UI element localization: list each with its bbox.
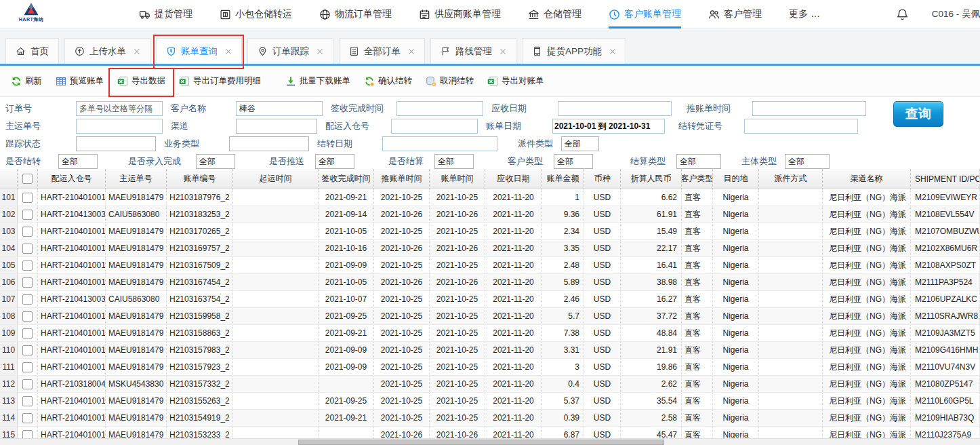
filter-select-is-push[interactable]: 全部 [315, 154, 354, 169]
cancel-carryover-button[interactable]: 取消结转 [420, 73, 479, 90]
cell-master-waybill-no: MAEU9181479 [106, 325, 167, 341]
filter-select-settle-type[interactable]: 全部 [676, 154, 721, 169]
filter-input-carryover-date[interactable] [382, 136, 497, 151]
filter-select-business-type[interactable] [229, 136, 309, 151]
nav-item-logistics-order-management[interactable]: 物流订单管理 [319, 0, 392, 28]
filter-input-push-bill-time[interactable] [752, 101, 866, 116]
tab-bill-query[interactable]: 账单查询 [156, 38, 242, 64]
export-data-button[interactable]: 导出数据 [112, 73, 171, 90]
table-row[interactable]: 110HART-210401001MAEU9181479H2103157983_… [0, 342, 980, 359]
close-icon[interactable] [225, 48, 232, 55]
row-checkbox[interactable] [22, 277, 33, 288]
filter-input-order-no[interactable] [76, 101, 163, 116]
row-checkbox-cell [18, 223, 38, 239]
nav-item-warehouse-management[interactable]: 仓储管理 [528, 0, 581, 28]
table-row[interactable]: 104HART-210401001MAEU9181479H2103169757_… [0, 240, 980, 257]
export-order-fee-detail-button[interactable]: 导出订单费用明细 [173, 73, 277, 90]
cell-master-waybill-no: MAEU9181479 [106, 308, 167, 324]
filter-select-customer-type[interactable]: 全部 [554, 154, 593, 169]
cell-delivery-type [759, 359, 823, 375]
close-icon[interactable] [609, 48, 616, 55]
tab-route-management[interactable]: 路线管理 [430, 38, 516, 64]
scrollbar-thumb[interactable] [298, 440, 664, 445]
cell-push-bill-time: 2021-10-25 [374, 410, 430, 426]
table-row[interactable]: 106HART-210401001MAEU9181479H2103167454_… [0, 274, 980, 291]
search-button[interactable]: 查询 [893, 101, 943, 127]
row-checkbox[interactable] [22, 379, 33, 389]
close-icon[interactable] [317, 48, 323, 55]
nav-item-more[interactable]: 更多 … [789, 0, 820, 28]
tab-upload-receipt[interactable]: 上传水单 [64, 38, 150, 64]
cell-bill-time: 2021-10-25 [430, 410, 485, 426]
batch-download-bill-button[interactable]: 批量下载账单 [280, 73, 356, 90]
table-row[interactable]: 112HART-210318004MSKU4543830H2103157332_… [0, 376, 980, 393]
row-checkbox[interactable] [22, 311, 33, 322]
close-icon[interactable] [134, 48, 140, 55]
table-row[interactable]: 101HART-210401001MAEU9181479H2103187976_… [0, 189, 980, 206]
filter-input-sign-complete-time[interactable] [396, 101, 483, 116]
row-checkbox[interactable] [22, 345, 33, 355]
row-checkbox-cell [18, 393, 38, 409]
filter-panel: 订单号客户名称签收完成时间应收日期推账单时间主运单号渠道配运入仓号账单日期结转凭… [0, 97, 980, 169]
filter-select-delivery-type[interactable]: 全部 [561, 136, 599, 151]
close-icon[interactable] [499, 48, 506, 55]
tab-pickup-app[interactable]: 提货APP功能 [522, 38, 626, 64]
notification-bell-icon[interactable] [896, 8, 909, 21]
filter-input-carryover-voucher-no[interactable] [744, 119, 858, 134]
filter-select-tracking-status[interactable] [76, 136, 156, 151]
row-checkbox[interactable] [22, 227, 33, 237]
filter-input-customer-name[interactable] [236, 101, 323, 116]
refresh-button[interactable]: 刷新 [5, 73, 47, 90]
nav-item-supplier-billing-management[interactable]: 供应商账单管理 [419, 0, 501, 28]
table-row[interactable]: 111HART-210401001MAEU9181479H2103157923_… [0, 359, 980, 376]
cell-cny-amount: 48.84 [621, 325, 682, 341]
row-checkbox[interactable] [22, 362, 33, 372]
filter-input-warehouse-entry-no[interactable] [391, 119, 478, 134]
table-row[interactable]: 114HART-210401001MAEU9181479H2103154919_… [0, 410, 980, 427]
filter-select-is-settle[interactable]: 全部 [434, 154, 474, 169]
table-row[interactable]: 105HART-210401001MAEU9181479H2103167509_… [0, 257, 980, 274]
row-checkbox[interactable] [22, 244, 33, 254]
nav-item-customer-billing-management[interactable]: 客户账单管理 [609, 0, 681, 28]
app-logo[interactable]: HART海纳 [12, 1, 50, 23]
filter-select-is-entry-complete[interactable]: 全部 [196, 154, 235, 169]
row-number: 105 [0, 257, 18, 273]
row-checkbox[interactable] [22, 396, 33, 406]
tab-home[interactable]: 首页 [5, 38, 59, 64]
cell-shipment-id: M21080ZP5147 [911, 376, 980, 392]
table-row[interactable]: 108HART-210401001MAEU9181479H2103159958_… [0, 308, 980, 325]
filter-input-bill-date[interactable] [552, 119, 665, 134]
filter-select-is-carryover[interactable]: 全部 [58, 154, 98, 169]
filter-input-master-waybill-no[interactable] [76, 119, 163, 134]
row-checkbox[interactable] [22, 210, 33, 220]
table-row[interactable]: 109HART-210401001MAEU9181479H2103158863_… [0, 325, 980, 342]
cell-warehouse-entry-no: HART-210401001 [38, 325, 106, 341]
table-row[interactable]: 102HART-210413003CAIU5863080H2103183253_… [0, 206, 980, 223]
row-checkbox[interactable] [22, 328, 33, 338]
nav-item-parcel-warehouse-transfer[interactable]: 小包仓储转运 [220, 0, 292, 28]
excel-icon [117, 76, 128, 87]
row-checkbox[interactable] [22, 413, 33, 423]
filter-select-channel[interactable] [236, 119, 317, 134]
confirm-carryover-button[interactable]: 确认结转 [359, 73, 417, 90]
filter-input-receivable-date[interactable] [558, 101, 672, 116]
nav-item-customer-management[interactable]: 客户管理 [708, 0, 762, 28]
filter-select-entity-type[interactable]: 全部 [785, 154, 830, 169]
close-icon[interactable] [408, 48, 415, 55]
row-checkbox[interactable] [22, 193, 33, 203]
tab-order-tracking[interactable]: 订单跟踪 [247, 38, 333, 64]
cell-warehouse-entry-no: HART-210401001 [38, 189, 106, 206]
table-row[interactable]: 103HART-210401001MAEU9181479H2103170265_… [0, 223, 980, 240]
col-header-warehouse-entry-no: 配运入仓号 [38, 169, 106, 189]
table-row[interactable]: 107HART-210413003CAIU5863080H2103163754_… [0, 291, 980, 308]
row-checkbox[interactable] [22, 260, 33, 271]
tab-all-orders[interactable]: 全部订单 [339, 38, 425, 64]
preview-bill-button[interactable]: 预览账单 [50, 73, 109, 90]
horizontal-scrollbar[interactable] [0, 438, 980, 445]
row-checkbox[interactable] [22, 294, 33, 305]
user-label[interactable]: C016 - 吴佩 [932, 8, 980, 20]
export-statement-button[interactable]: 导出对账单 [482, 73, 550, 90]
nav-item-pickup-management[interactable]: 提货管理 [139, 0, 192, 28]
table-row[interactable]: 113HART-210401001MAEU9181479H2103155263_… [0, 393, 980, 410]
select-all-checkbox[interactable] [22, 174, 33, 184]
